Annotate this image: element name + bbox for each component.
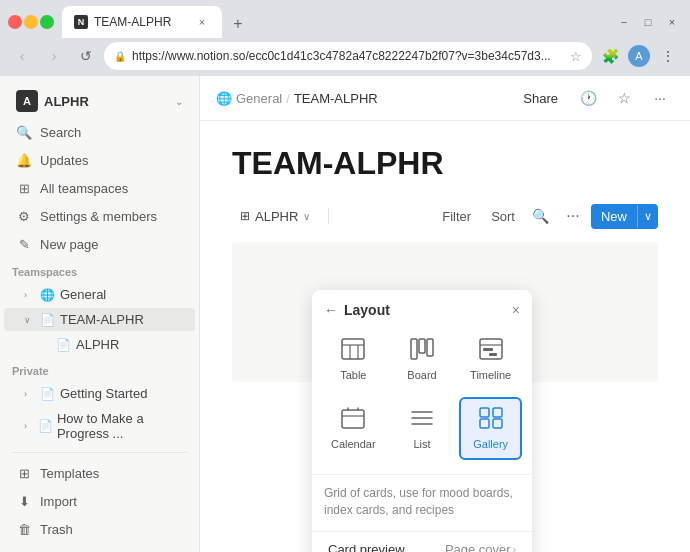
svg-rect-4 bbox=[411, 339, 417, 359]
board-layout-label: Board bbox=[407, 369, 436, 381]
layout-option-calendar[interactable]: Calendar bbox=[322, 397, 385, 460]
settings-icon: ⚙ bbox=[16, 208, 32, 224]
sidebar-teamspaces-label: All teamspaces bbox=[40, 181, 128, 196]
new-chevron-icon[interactable]: ∨ bbox=[637, 205, 658, 228]
panel-divider-1 bbox=[312, 474, 532, 475]
sidebar-item-getting-started[interactable]: › 📄 Getting Started bbox=[4, 382, 195, 405]
sidebar-item-general[interactable]: › 🌐 General bbox=[4, 283, 195, 306]
refresh-btn[interactable]: ↺ bbox=[72, 42, 100, 70]
svg-rect-9 bbox=[483, 348, 493, 351]
sidebar-item-settings[interactable]: ⚙ Settings & members bbox=[4, 203, 195, 229]
list-layout-icon bbox=[410, 407, 434, 434]
lock-icon: 🔒 bbox=[114, 51, 126, 62]
db-search-btn[interactable]: 🔍 bbox=[527, 202, 555, 230]
sidebar-item-templates[interactable]: ⊞ Templates bbox=[4, 460, 195, 486]
templates-label: Templates bbox=[40, 466, 99, 481]
svg-rect-18 bbox=[480, 408, 489, 417]
forward-btn[interactable]: › bbox=[40, 42, 68, 70]
sidebar-item-team-alphr[interactable]: ∨ 📄 TEAM-ALPHR bbox=[4, 308, 195, 331]
updates-icon: 🔔 bbox=[16, 152, 32, 168]
main-content: 🌐 General / TEAM-ALPHR Share 🕐 ☆ ··· TEA… bbox=[200, 76, 690, 552]
alphr-icon: 📄 bbox=[56, 338, 72, 352]
breadcrumb-icon: 🌐 bbox=[216, 91, 232, 106]
teamspaces-section-label: Teamspaces bbox=[0, 258, 199, 282]
breadcrumb-parent[interactable]: General bbox=[236, 91, 282, 106]
more-options-btn[interactable]: ··· bbox=[646, 84, 674, 112]
window-actions: − □ × bbox=[614, 12, 682, 32]
gallery-layout-label: Gallery bbox=[473, 438, 508, 450]
sidebar-divider bbox=[12, 452, 187, 453]
tab-title: TEAM-ALPHR bbox=[94, 15, 188, 29]
breadcrumb-bar: 🌐 General / TEAM-ALPHR Share 🕐 ☆ ··· bbox=[200, 76, 690, 121]
page-title: TEAM-ALPHR bbox=[232, 145, 658, 182]
progress-chevron-icon: › bbox=[24, 421, 34, 431]
card-preview-chevron-icon: › bbox=[513, 544, 516, 552]
browser-top-bar: N TEAM-ALPHR × + − □ × bbox=[0, 0, 690, 38]
import-icon: ⬇ bbox=[16, 493, 32, 509]
window-close-icon[interactable]: × bbox=[662, 12, 682, 32]
layout-option-list[interactable]: List bbox=[391, 397, 454, 460]
history-btn[interactable]: 🕐 bbox=[574, 84, 602, 112]
new-label[interactable]: New bbox=[591, 204, 637, 229]
workspace-header[interactable]: A ALPHR ⌄ bbox=[4, 84, 195, 118]
svg-rect-0 bbox=[342, 339, 364, 359]
sidebar-item-progress[interactable]: › 📄 How to Make a Progress ... bbox=[4, 407, 195, 445]
close-window-btn[interactable] bbox=[8, 15, 22, 29]
panel-back-btn[interactable]: ← bbox=[324, 302, 338, 318]
star-btn[interactable]: ☆ bbox=[610, 84, 638, 112]
db-more-btn[interactable]: ··· bbox=[559, 202, 587, 230]
db-toolbar-separator bbox=[328, 208, 329, 224]
layout-options-grid: Table Board bbox=[312, 328, 532, 470]
address-bar: ‹ › ↺ 🔒 https://www.notion.so/ecc0c1d41c… bbox=[0, 38, 690, 76]
breadcrumb-separator: / bbox=[286, 91, 290, 106]
layout-option-board[interactable]: Board bbox=[391, 328, 454, 391]
sidebar-item-trash[interactable]: 🗑 Trash bbox=[4, 516, 195, 542]
sidebar-item-teamspaces[interactable]: ⊞ All teamspaces bbox=[4, 175, 195, 201]
panel-title: Layout bbox=[344, 302, 506, 318]
app-layout: A ALPHR ⌄ 🔍 Search 🔔 Updates ⊞ All teams… bbox=[0, 76, 690, 552]
minimize-window-btn[interactable] bbox=[24, 15, 38, 29]
db-view-chevron-icon: ∨ bbox=[303, 211, 310, 222]
filter-btn[interactable]: Filter bbox=[434, 205, 479, 228]
getting-started-icon: 📄 bbox=[40, 387, 56, 401]
tab-close-btn[interactable]: × bbox=[194, 14, 210, 30]
new-record-btn[interactable]: New ∨ bbox=[591, 204, 658, 229]
sidebar-item-search[interactable]: 🔍 Search bbox=[4, 119, 195, 145]
db-view-selector[interactable]: ⊞ ALPHR ∨ bbox=[232, 205, 318, 228]
profile-btn[interactable]: A bbox=[628, 45, 650, 67]
sidebar-item-new-page[interactable]: ✎ New page bbox=[4, 231, 195, 257]
db-toolbar: ⊞ ALPHR ∨ Filter Sort 🔍 ··· New ∨ bbox=[232, 202, 658, 230]
maximize-window-btn[interactable] bbox=[40, 15, 54, 29]
browser-more-btn[interactable]: ⋮ bbox=[654, 42, 682, 70]
sidebar-item-import[interactable]: ⬇ Import bbox=[4, 488, 195, 514]
sidebar-item-alphr[interactable]: 📄 ALPHR bbox=[4, 333, 195, 356]
general-icon: 🌐 bbox=[40, 288, 56, 302]
back-btn[interactable]: ‹ bbox=[8, 42, 36, 70]
sidebar-item-updates[interactable]: 🔔 Updates bbox=[4, 147, 195, 173]
new-tab-btn[interactable]: + bbox=[224, 10, 252, 38]
layout-option-table[interactable]: Table bbox=[322, 328, 385, 391]
workspace-chevron-icon: ⌄ bbox=[175, 96, 183, 107]
gallery-layout-icon bbox=[479, 407, 503, 434]
window-restore-icon[interactable]: □ bbox=[638, 12, 658, 32]
layout-option-timeline[interactable]: Timeline bbox=[459, 328, 522, 391]
table-layout-label: Table bbox=[340, 369, 366, 381]
active-tab[interactable]: N TEAM-ALPHR × bbox=[62, 6, 222, 38]
table-layout-icon bbox=[341, 338, 365, 365]
url-bar[interactable]: 🔒 https://www.notion.so/ecc0c1d41c3c4782… bbox=[104, 42, 592, 70]
new-page-icon: ✎ bbox=[16, 236, 32, 252]
sidebar-settings-label: Settings & members bbox=[40, 209, 157, 224]
timeline-layout-label: Timeline bbox=[470, 369, 511, 381]
svg-rect-11 bbox=[342, 410, 364, 428]
layout-option-gallery[interactable]: Gallery bbox=[459, 397, 522, 460]
import-label: Import bbox=[40, 494, 77, 509]
window-minimize-icon[interactable]: − bbox=[614, 12, 634, 32]
extensions-btn[interactable]: 🧩 bbox=[596, 42, 624, 70]
bookmark-star-icon[interactable]: ☆ bbox=[570, 49, 582, 64]
sort-btn[interactable]: Sort bbox=[483, 205, 523, 228]
panel-close-btn[interactable]: × bbox=[512, 302, 520, 318]
tab-favicon: N bbox=[74, 15, 88, 29]
svg-rect-20 bbox=[480, 419, 489, 428]
card-preview-row[interactable]: Card preview Page cover › bbox=[316, 536, 528, 552]
share-button[interactable]: Share bbox=[515, 87, 566, 110]
